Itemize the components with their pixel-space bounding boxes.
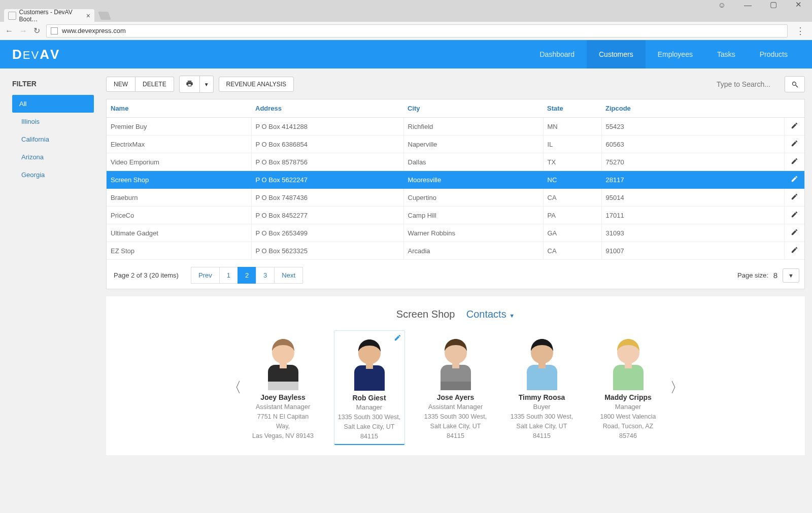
filter-item-california[interactable]: California bbox=[12, 130, 94, 148]
filter-item-illinois[interactable]: Illinois bbox=[12, 113, 94, 130]
table-row[interactable]: BraeburnP O Box 7487436CupertinoCA95014 bbox=[107, 189, 804, 207]
site-info-icon[interactable] bbox=[51, 27, 58, 35]
browser-tab[interactable]: Customers - DevAV Boot… × bbox=[4, 9, 94, 22]
page-size-dropdown[interactable]: ▼ bbox=[783, 268, 799, 283]
new-tab-button[interactable] bbox=[98, 12, 111, 20]
filter-item-all[interactable]: All bbox=[12, 95, 94, 113]
table-row[interactable]: Video EmporiumP O Box 8578756DallasTX752… bbox=[107, 153, 804, 171]
minimize-button[interactable]: — bbox=[744, 1, 752, 9]
search-input[interactable] bbox=[714, 77, 785, 91]
nav-customers[interactable]: Customers bbox=[587, 40, 646, 69]
toolbar: NEW DELETE ▼ REVENUE ANALYSIS bbox=[106, 76, 805, 93]
table-row[interactable]: Ultimate GadgetP O Box 2653499Warner Rob… bbox=[107, 224, 804, 242]
page-2[interactable]: 2 bbox=[238, 267, 256, 284]
table-row[interactable]: Screen ShopP O Box 5622247MooresvilleNC2… bbox=[107, 171, 804, 189]
cell-city: Warner Robbins bbox=[403, 224, 543, 242]
revenue-analysis-button[interactable]: REVENUE ANALYSIS bbox=[219, 77, 294, 92]
contacts-next-button[interactable]: 〉 bbox=[664, 378, 690, 397]
search-button[interactable] bbox=[785, 76, 805, 92]
filter-item-arizona[interactable]: Arizona bbox=[12, 148, 94, 166]
contact-card[interactable]: Maddy CrippsManager1800 West ValenciaRoa… bbox=[593, 330, 664, 445]
nav-employees[interactable]: Employees bbox=[646, 40, 705, 69]
pager: Page 2 of 3 (20 items) Prev123Next Page … bbox=[107, 260, 804, 289]
edit-row-button[interactable] bbox=[784, 242, 804, 260]
page-next[interactable]: Next bbox=[274, 267, 303, 284]
avatar-icon bbox=[606, 333, 651, 390]
forward-button[interactable]: → bbox=[19, 26, 27, 36]
back-button[interactable]: ← bbox=[5, 26, 13, 36]
new-button[interactable]: NEW bbox=[106, 77, 136, 92]
contact-card[interactable]: Rob GiestManager1335 South 300 West,Salt… bbox=[334, 330, 405, 445]
nav-products[interactable]: Products bbox=[748, 40, 800, 69]
app-header: DEVAV DashboardCustomersEmployeesTasksPr… bbox=[0, 40, 812, 69]
edit-row-button[interactable] bbox=[784, 153, 804, 171]
table-row[interactable]: EZ StopP O Box 5623325ArcadiaCA91007 bbox=[107, 242, 804, 260]
edit-row-button[interactable] bbox=[784, 118, 804, 135]
cell-zip: 95014 bbox=[601, 189, 784, 207]
cell-address: P O Box 5622247 bbox=[251, 171, 403, 189]
contact-list: Joey BaylessAssistant Manager7751 N El C… bbox=[248, 330, 664, 445]
cell-zip: 75270 bbox=[601, 153, 784, 171]
table-row[interactable]: ElectrixMaxP O Box 6386854NapervilleIL60… bbox=[107, 135, 804, 153]
column-header-name[interactable]: Name bbox=[107, 99, 251, 118]
edit-contact-button[interactable] bbox=[394, 334, 401, 343]
contacts-prev-button[interactable]: 〈 bbox=[221, 378, 248, 397]
close-window-button[interactable]: ✕ bbox=[795, 0, 802, 9]
page-prev[interactable]: Prev bbox=[191, 267, 219, 284]
tab-title: Customers - DevAV Boot… bbox=[19, 9, 90, 23]
contact-address: 1335 South 300 West,Salt Lake City, UT 8… bbox=[423, 412, 488, 440]
svg-rect-5 bbox=[354, 382, 385, 391]
customers-grid: NameAddressCityStateZipcode Premier BuyP… bbox=[106, 99, 805, 289]
contact-card[interactable]: Timmy RoosaBuyer1335 South 300 West,Salt… bbox=[506, 330, 578, 445]
column-header-city[interactable]: City bbox=[403, 99, 543, 118]
edit-row-button[interactable] bbox=[784, 189, 804, 207]
contact-card[interactable]: Jose AyersAssistant Manager1335 South 30… bbox=[420, 330, 491, 445]
contact-name: Rob Giest bbox=[337, 394, 401, 402]
delete-button[interactable]: DELETE bbox=[136, 77, 174, 92]
page-3[interactable]: 3 bbox=[256, 267, 274, 284]
cell-name: Video Emporium bbox=[107, 153, 251, 171]
maximize-button[interactable]: ▢ bbox=[770, 0, 777, 9]
cell-address: P O Box 8578756 bbox=[251, 153, 403, 171]
column-header-state[interactable]: State bbox=[543, 99, 601, 118]
filter-item-georgia[interactable]: Georgia bbox=[12, 166, 94, 184]
brand-logo[interactable]: DEVAV bbox=[12, 47, 60, 62]
nav-dashboard[interactable]: Dashboard bbox=[528, 40, 587, 69]
favicon-icon bbox=[8, 12, 16, 20]
table-row[interactable]: Premier BuyP O Box 4141288RichfieldMN554… bbox=[107, 118, 804, 135]
svg-rect-3 bbox=[280, 361, 287, 368]
edit-row-button[interactable] bbox=[784, 207, 804, 224]
avatar-icon bbox=[433, 333, 478, 390]
column-header-address[interactable]: Address bbox=[251, 99, 403, 118]
cell-city: Richfield bbox=[403, 118, 543, 135]
cell-state: PA bbox=[543, 207, 601, 224]
print-dropdown-button[interactable]: ▼ bbox=[200, 76, 214, 93]
nav-tasks[interactable]: Tasks bbox=[705, 40, 748, 69]
filter-list: AllIllinoisCaliforniaArizonaGeorgia bbox=[12, 95, 94, 184]
close-tab-button[interactable]: × bbox=[86, 12, 90, 20]
contact-role: Manager bbox=[596, 403, 661, 411]
page-1[interactable]: 1 bbox=[219, 267, 238, 284]
cell-address: P O Box 7487436 bbox=[251, 189, 403, 207]
edit-row-button[interactable] bbox=[784, 135, 804, 153]
cell-zip: 31093 bbox=[601, 224, 784, 242]
cell-state: GA bbox=[543, 224, 601, 242]
browser-menu-button[interactable]: ⋮ bbox=[794, 25, 807, 37]
details-tab-dropdown[interactable]: Contacts ▼ bbox=[466, 309, 515, 320]
column-header-zipcode[interactable]: Zipcode bbox=[601, 99, 784, 118]
table-row[interactable]: PriceCoP O Box 8452277Camp HillPA17011 bbox=[107, 207, 804, 224]
details-title: Screen Shop bbox=[396, 309, 455, 320]
page-size-value: 8 bbox=[773, 271, 777, 280]
cell-address: P O Box 5623325 bbox=[251, 242, 403, 260]
cell-name: Screen Shop bbox=[107, 171, 251, 189]
contact-card[interactable]: Joey BaylessAssistant Manager7751 N El C… bbox=[248, 330, 319, 445]
page-size-label: Page size: bbox=[737, 271, 768, 279]
edit-row-button[interactable] bbox=[784, 224, 804, 242]
profile-icon[interactable]: ☺ bbox=[718, 1, 726, 9]
print-button[interactable] bbox=[179, 76, 200, 93]
window-titlebar: ☺ — ▢ ✕ bbox=[0, 0, 812, 9]
url-input[interactable]: www.devexpress.com bbox=[46, 24, 788, 38]
edit-row-button[interactable] bbox=[784, 171, 804, 189]
reload-button[interactable]: ↻ bbox=[33, 26, 40, 36]
contact-role: Manager bbox=[337, 403, 401, 411]
